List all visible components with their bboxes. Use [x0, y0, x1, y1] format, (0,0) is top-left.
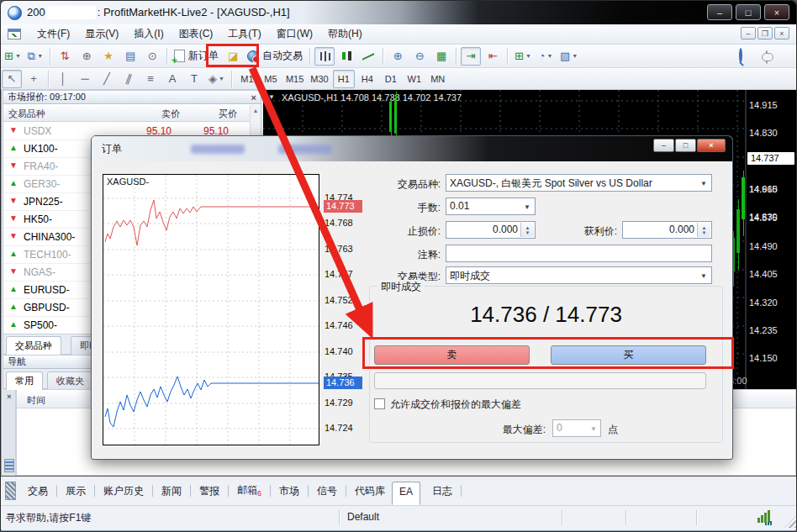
arrows-tool-button[interactable]: ◈▼: [206, 70, 227, 88]
minimize-button[interactable]: –: [707, 4, 732, 20]
tab-mailbox[interactable]: 邮箱6: [230, 480, 268, 501]
market-watch-close-icon[interactable]: ×: [251, 92, 256, 103]
periods-button[interactable]: ◔▼: [536, 47, 556, 66]
profiles-button[interactable]: ⧉▼: [25, 47, 45, 66]
take-profit-label: 获利价:: [546, 224, 617, 239]
take-profit-input[interactable]: 0.000 ▲▼: [622, 221, 712, 239]
crosshair-target-button[interactable]: ⊕: [77, 47, 97, 66]
volume-select[interactable]: 0.01: [446, 198, 536, 215]
new-order-button[interactable]: 新订单: [172, 47, 221, 66]
timeframe-h4-button[interactable]: H4: [356, 70, 378, 88]
tab-journal[interactable]: 日志: [425, 481, 459, 502]
auto-scroll-button[interactable]: ⇥: [461, 47, 481, 66]
menu-help[interactable]: 帮助(H): [320, 24, 370, 44]
chart-expander-icon[interactable]: ▼: [268, 93, 275, 101]
market-watch-button[interactable]: ▤: [120, 47, 140, 66]
tab-ea[interactable]: EA: [392, 482, 420, 505]
tab-signals[interactable]: 信号: [310, 481, 344, 502]
resize-grip[interactable]: [784, 516, 796, 528]
menu-view[interactable]: 显示(V): [77, 24, 126, 44]
dialog-maximize-button[interactable]: □: [675, 139, 696, 152]
timeframe-m5-button[interactable]: M5: [260, 70, 282, 88]
take-profit-spinner[interactable]: ▲▼: [697, 223, 710, 237]
data-window-button[interactable]: ⊙: [142, 47, 162, 66]
tile-windows-button[interactable]: ▦: [431, 47, 451, 66]
buy-button[interactable]: 买: [551, 345, 706, 365]
chart-window-icon: [8, 29, 21, 40]
terminal-close-icon[interactable]: ×: [4, 392, 14, 402]
timeframe-w1-button[interactable]: W1: [404, 70, 425, 88]
text-tool-button[interactable]: A: [162, 70, 182, 88]
order-type-select[interactable]: 即时成交: [446, 266, 712, 284]
sell-button[interactable]: 卖: [374, 345, 530, 365]
metaeditor-button[interactable]: ◪: [223, 47, 243, 66]
tab-account-history[interactable]: 账户历史: [97, 481, 150, 502]
timeframe-m1-button[interactable]: M1: [236, 70, 258, 88]
tab-market[interactable]: 市场: [272, 481, 306, 502]
deviation-checkbox-label[interactable]: 允许成交价和报价的最大偏差: [390, 398, 521, 412]
menu-tools[interactable]: 工具(T): [220, 24, 268, 44]
timeframe-m15-button[interactable]: M15: [283, 70, 306, 88]
close-button[interactable]: ×: [764, 4, 789, 20]
chart-shift-button[interactable]: ⇤: [483, 47, 503, 66]
mdi-restore-button[interactable]: ❐: [757, 27, 773, 40]
application-window: 200: ProfitMarketHK-Live2 - [XAGUSD-,H1]…: [0, 0, 797, 532]
search-icon[interactable]: [739, 50, 742, 61]
comment-input[interactable]: [446, 245, 712, 262]
tick-chart-button[interactable]: ⇅: [55, 47, 75, 66]
dialog-close-button[interactable]: ×: [697, 139, 726, 152]
dialog-minimize-button[interactable]: –: [653, 139, 674, 152]
menu-charts[interactable]: 图表(C): [172, 24, 221, 44]
mdi-close-button[interactable]: ×: [774, 27, 789, 40]
tab-code-base[interactable]: 代码库: [348, 481, 392, 502]
candlestick-chart-button[interactable]: [336, 47, 356, 66]
crosshair-tool-button[interactable]: +: [24, 70, 44, 88]
tab-trade[interactable]: 交易: [21, 481, 55, 502]
horizontal-line-tool-button[interactable]: ─: [75, 70, 95, 88]
stop-loss-spinner[interactable]: ▲▼: [520, 223, 534, 237]
status-bar: 寻求帮助,请按F1键 Default: [1, 505, 797, 529]
vertical-line-tool-button[interactable]: │: [53, 70, 73, 88]
templates-button[interactable]: ▧▼: [557, 47, 580, 66]
timeframe-m30-button[interactable]: M30: [308, 70, 330, 88]
terminal-side-strip: ×: [3, 389, 16, 476]
tab-favorites[interactable]: 收藏夹: [47, 371, 93, 390]
menu-file[interactable]: 文件(F): [29, 24, 77, 44]
order-dialog-titlebar[interactable]: 订单: [92, 136, 732, 161]
zoom-out-button[interactable]: ⊖: [409, 47, 430, 66]
channel-tool-button[interactable]: ∥: [119, 70, 139, 88]
mdi-minimize-button[interactable]: –: [741, 27, 756, 40]
tab-symbols[interactable]: 交易品种: [6, 336, 61, 355]
fibonacci-tool-button[interactable]: ≡: [140, 70, 161, 88]
timeframe-mn-button[interactable]: MN: [427, 70, 449, 88]
deviation-checkbox[interactable]: [374, 398, 385, 409]
zoom-in-button[interactable]: ⊕: [388, 47, 408, 66]
new-chart-button[interactable]: ⊞▼: [2, 47, 24, 66]
favorites-folder-button[interactable]: ★: [98, 47, 119, 66]
max-deviation-select[interactable]: 0: [552, 419, 601, 437]
timeframe-h1-button[interactable]: H1: [333, 70, 355, 88]
tab-news[interactable]: 新闻: [155, 481, 188, 502]
tab-exposure[interactable]: 展示: [59, 481, 92, 502]
up-arrow-icon: [9, 178, 18, 187]
auto-trading-button[interactable]: 自动交易: [245, 47, 305, 66]
text-label-tool-button[interactable]: T: [184, 70, 204, 88]
indicators-button[interactable]: ⊞▼: [512, 47, 534, 66]
menu-insert[interactable]: 插入(I): [126, 24, 171, 44]
status-profile[interactable]: Default: [347, 511, 379, 523]
chat-icon[interactable]: [766, 51, 768, 63]
maximize-button[interactable]: □: [736, 4, 761, 20]
timeframe-d1-button[interactable]: D1: [380, 70, 402, 88]
tab-common[interactable]: 常用: [6, 371, 43, 390]
line-chart-button[interactable]: [358, 47, 378, 66]
scroll-up-icon[interactable]: ▲: [251, 106, 260, 116]
cursor-tool-button[interactable]: ↖: [2, 70, 22, 88]
bar-chart-button[interactable]: [314, 47, 335, 66]
auto-trading-icon: [247, 50, 259, 62]
stop-loss-input[interactable]: 0.000 ▲▼: [446, 221, 536, 239]
trendline-tool-button[interactable]: ╱: [97, 70, 117, 88]
menu-window[interactable]: 窗口(W): [269, 24, 320, 44]
profit-logo-icon: [8, 6, 22, 20]
tab-alerts[interactable]: 警报: [193, 481, 226, 502]
symbol-select[interactable]: XAGUSD-, 白银美元 Spot Silver vs US Dollar: [446, 174, 712, 192]
